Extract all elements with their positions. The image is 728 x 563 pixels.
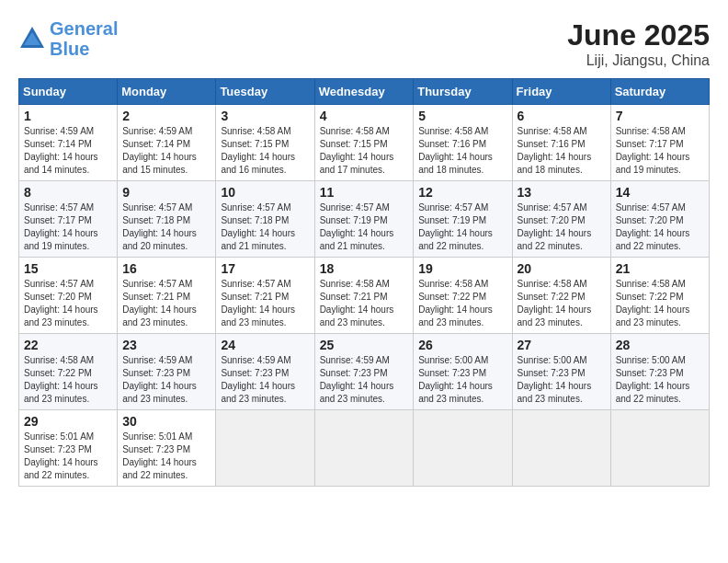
day-number: 28 xyxy=(616,338,704,352)
day-cell-23: 23Sunrise: 4:59 AMSunset: 7:23 PMDayligh… xyxy=(118,334,216,410)
logo-text: General Blue xyxy=(50,18,118,59)
day-number: 1 xyxy=(24,109,112,123)
header-sunday: Sunday xyxy=(19,79,118,105)
header: General Blue June 2025 Liji, Jiangsu, Ch… xyxy=(18,18,710,69)
day-cell-7: 7Sunrise: 4:58 AMSunset: 7:17 PMDaylight… xyxy=(610,105,709,181)
day-cell-19: 19Sunrise: 4:58 AMSunset: 7:22 PMDayligh… xyxy=(414,258,512,334)
day-number: 23 xyxy=(122,338,210,352)
day-cell-21: 21Sunrise: 4:58 AMSunset: 7:22 PMDayligh… xyxy=(610,258,709,334)
day-cell-20: 20Sunrise: 4:58 AMSunset: 7:22 PMDayligh… xyxy=(512,258,610,334)
day-cell-18: 18Sunrise: 4:58 AMSunset: 7:21 PMDayligh… xyxy=(314,258,414,334)
empty-cell xyxy=(216,410,314,487)
day-info: Sunrise: 4:59 AMSunset: 7:23 PMDaylight:… xyxy=(320,354,409,406)
day-info: Sunrise: 4:58 AMSunset: 7:22 PMDaylight:… xyxy=(24,354,112,406)
day-number: 26 xyxy=(418,338,506,352)
day-number: 11 xyxy=(320,185,409,200)
week-row-1: 1Sunrise: 4:59 AMSunset: 7:14 PMDaylight… xyxy=(19,105,710,181)
day-info: Sunrise: 4:58 AMSunset: 7:22 PMDaylight:… xyxy=(418,278,506,329)
day-info: Sunrise: 4:59 AMSunset: 7:23 PMDaylight:… xyxy=(221,354,309,406)
day-info: Sunrise: 5:00 AMSunset: 7:23 PMDaylight:… xyxy=(616,354,704,406)
day-cell-26: 26Sunrise: 5:00 AMSunset: 7:23 PMDayligh… xyxy=(414,334,512,410)
day-cell-12: 12Sunrise: 4:57 AMSunset: 7:19 PMDayligh… xyxy=(414,181,512,258)
day-cell-1: 1Sunrise: 4:59 AMSunset: 7:14 PMDaylight… xyxy=(19,105,118,181)
day-number: 8 xyxy=(24,185,112,200)
day-number: 13 xyxy=(518,185,606,200)
day-cell-10: 10Sunrise: 4:57 AMSunset: 7:18 PMDayligh… xyxy=(216,181,314,258)
day-cell-4: 4Sunrise: 4:58 AMSunset: 7:15 PMDaylight… xyxy=(314,105,414,181)
weekday-header-row: Sunday Monday Tuesday Wednesday Thursday… xyxy=(19,79,710,105)
day-cell-9: 9Sunrise: 4:57 AMSunset: 7:18 PMDaylight… xyxy=(118,181,216,258)
day-number: 29 xyxy=(24,414,112,429)
day-info: Sunrise: 4:58 AMSunset: 7:16 PMDaylight:… xyxy=(418,125,506,177)
week-row-5: 29Sunrise: 5:01 AMSunset: 7:23 PMDayligh… xyxy=(19,410,710,487)
day-cell-5: 5Sunrise: 4:58 AMSunset: 7:16 PMDaylight… xyxy=(414,105,512,181)
day-info: Sunrise: 4:57 AMSunset: 7:20 PMDaylight:… xyxy=(24,278,112,329)
logo: General Blue xyxy=(18,18,118,59)
day-info: Sunrise: 4:57 AMSunset: 7:18 PMDaylight:… xyxy=(122,201,210,253)
header-wednesday: Wednesday xyxy=(314,79,414,105)
day-info: Sunrise: 5:00 AMSunset: 7:23 PMDaylight:… xyxy=(518,354,606,406)
day-info: Sunrise: 4:57 AMSunset: 7:20 PMDaylight:… xyxy=(518,201,606,253)
day-cell-27: 27Sunrise: 5:00 AMSunset: 7:23 PMDayligh… xyxy=(512,334,610,410)
day-number: 19 xyxy=(418,261,506,276)
day-cell-3: 3Sunrise: 4:58 AMSunset: 7:15 PMDaylight… xyxy=(216,105,314,181)
day-cell-16: 16Sunrise: 4:57 AMSunset: 7:21 PMDayligh… xyxy=(118,258,216,334)
week-row-2: 8Sunrise: 4:57 AMSunset: 7:17 PMDaylight… xyxy=(19,181,710,258)
empty-cell xyxy=(314,410,414,487)
day-number: 7 xyxy=(616,109,704,123)
day-info: Sunrise: 4:58 AMSunset: 7:21 PMDaylight:… xyxy=(320,278,409,329)
day-cell-13: 13Sunrise: 4:57 AMSunset: 7:20 PMDayligh… xyxy=(512,181,610,258)
day-number: 12 xyxy=(418,185,506,200)
day-cell-22: 22Sunrise: 4:58 AMSunset: 7:22 PMDayligh… xyxy=(19,334,118,410)
day-number: 17 xyxy=(221,261,309,276)
day-number: 3 xyxy=(221,109,309,123)
day-info: Sunrise: 4:58 AMSunset: 7:22 PMDaylight:… xyxy=(616,278,704,329)
day-info: Sunrise: 4:57 AMSunset: 7:19 PMDaylight:… xyxy=(418,201,506,253)
day-cell-11: 11Sunrise: 4:57 AMSunset: 7:19 PMDayligh… xyxy=(314,181,414,258)
week-row-4: 22Sunrise: 4:58 AMSunset: 7:22 PMDayligh… xyxy=(19,334,710,410)
day-info: Sunrise: 5:01 AMSunset: 7:23 PMDaylight:… xyxy=(122,431,210,482)
day-number: 22 xyxy=(24,338,112,352)
day-cell-29: 29Sunrise: 5:01 AMSunset: 7:23 PMDayligh… xyxy=(19,410,118,487)
header-thursday: Thursday xyxy=(414,79,512,105)
day-cell-25: 25Sunrise: 4:59 AMSunset: 7:23 PMDayligh… xyxy=(314,334,414,410)
day-info: Sunrise: 4:58 AMSunset: 7:15 PMDaylight:… xyxy=(320,125,409,177)
day-number: 18 xyxy=(320,261,409,276)
empty-cell xyxy=(610,410,709,487)
day-cell-30: 30Sunrise: 5:01 AMSunset: 7:23 PMDayligh… xyxy=(118,410,216,487)
calendar: Sunday Monday Tuesday Wednesday Thursday… xyxy=(18,78,710,487)
day-info: Sunrise: 4:57 AMSunset: 7:21 PMDaylight:… xyxy=(122,278,210,329)
header-tuesday: Tuesday xyxy=(216,79,314,105)
day-cell-8: 8Sunrise: 4:57 AMSunset: 7:17 PMDaylight… xyxy=(19,181,118,258)
day-info: Sunrise: 4:57 AMSunset: 7:20 PMDaylight:… xyxy=(616,201,704,253)
day-number: 2 xyxy=(122,109,210,123)
day-number: 21 xyxy=(616,261,704,276)
day-info: Sunrise: 4:57 AMSunset: 7:17 PMDaylight:… xyxy=(24,201,112,253)
day-cell-6: 6Sunrise: 4:58 AMSunset: 7:16 PMDaylight… xyxy=(512,105,610,181)
day-number: 20 xyxy=(518,261,606,276)
day-cell-28: 28Sunrise: 5:00 AMSunset: 7:23 PMDayligh… xyxy=(610,334,709,410)
day-cell-14: 14Sunrise: 4:57 AMSunset: 7:20 PMDayligh… xyxy=(610,181,709,258)
day-number: 27 xyxy=(518,338,606,352)
day-number: 4 xyxy=(320,109,409,123)
day-number: 10 xyxy=(221,185,309,200)
day-info: Sunrise: 4:57 AMSunset: 7:21 PMDaylight:… xyxy=(221,278,309,329)
day-info: Sunrise: 5:00 AMSunset: 7:23 PMDaylight:… xyxy=(418,354,506,406)
week-row-3: 15Sunrise: 4:57 AMSunset: 7:20 PMDayligh… xyxy=(19,258,710,334)
day-number: 24 xyxy=(221,338,309,352)
day-info: Sunrise: 4:59 AMSunset: 7:14 PMDaylight:… xyxy=(24,125,112,177)
day-number: 6 xyxy=(518,109,606,123)
location: Liji, Jiangsu, China xyxy=(567,52,710,69)
day-info: Sunrise: 4:59 AMSunset: 7:14 PMDaylight:… xyxy=(122,125,210,177)
logo-icon xyxy=(18,25,46,52)
day-number: 25 xyxy=(320,338,409,352)
day-number: 15 xyxy=(24,261,112,276)
day-info: Sunrise: 4:57 AMSunset: 7:19 PMDaylight:… xyxy=(320,201,409,253)
day-info: Sunrise: 4:58 AMSunset: 7:17 PMDaylight:… xyxy=(616,125,704,177)
empty-cell xyxy=(414,410,512,487)
month-title: June 2025 xyxy=(567,18,710,52)
day-cell-24: 24Sunrise: 4:59 AMSunset: 7:23 PMDayligh… xyxy=(216,334,314,410)
day-cell-2: 2Sunrise: 4:59 AMSunset: 7:14 PMDaylight… xyxy=(118,105,216,181)
header-monday: Monday xyxy=(118,79,216,105)
day-number: 16 xyxy=(122,261,210,276)
